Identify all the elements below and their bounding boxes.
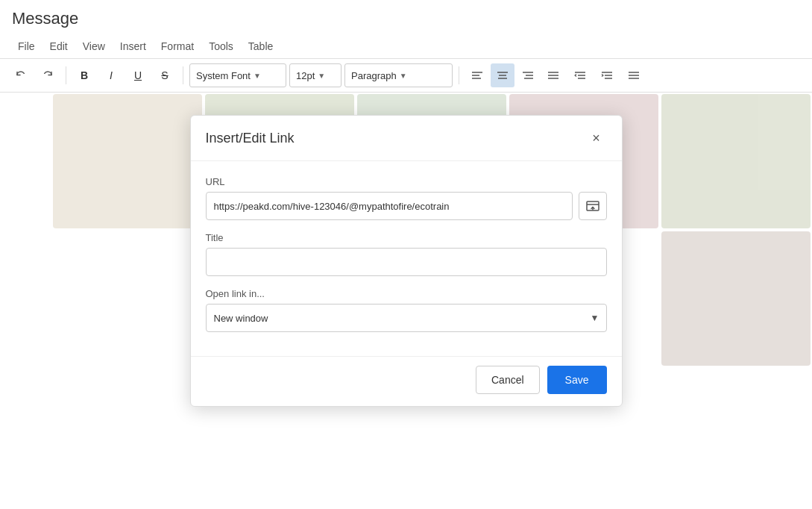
dialog-header: Insert/Edit Link × [191, 116, 622, 161]
align-right-button[interactable] [516, 63, 540, 87]
undo-button[interactable] [9, 63, 33, 87]
font-selector[interactable]: System Font ▼ [189, 63, 286, 87]
separator-3 [459, 66, 459, 84]
title-label: Title [206, 232, 607, 243]
save-button[interactable]: Save [547, 366, 607, 394]
italic-button[interactable]: I [99, 63, 123, 87]
menu-edit[interactable]: Edit [44, 37, 74, 55]
indent-more-button[interactable] [595, 63, 619, 87]
paragraph-dropdown-icon: ▼ [400, 72, 407, 80]
dialog-footer: Cancel Save [191, 356, 622, 406]
open-in-select[interactable]: New window Current window [206, 304, 607, 332]
dialog-title: Insert/Edit Link [206, 131, 295, 146]
align-group [465, 63, 565, 87]
title-input[interactable] [206, 248, 607, 276]
redo-button[interactable] [36, 63, 60, 87]
dialog-body: URL [191, 161, 622, 356]
bold-button[interactable]: B [72, 63, 96, 87]
underline-button[interactable]: U [126, 63, 150, 87]
url-label: URL [206, 176, 607, 187]
menu-bar: File Edit View Insert Format Tools Table [0, 34, 812, 59]
url-input[interactable] [206, 192, 573, 220]
font-dropdown-icon: ▼ [254, 72, 261, 80]
title-form-group: Title [206, 232, 607, 276]
separator-2 [183, 66, 183, 84]
paragraph-selector[interactable]: Paragraph ▼ [344, 63, 453, 87]
menu-table[interactable]: Table [242, 37, 279, 55]
url-form-group: URL [206, 176, 607, 220]
cancel-button[interactable]: Cancel [476, 366, 540, 394]
editor-area[interactable]: Insert/Edit Link × URL [0, 93, 812, 486]
url-input-wrapper [206, 192, 607, 220]
font-size-selector[interactable]: 12pt ▼ [289, 63, 342, 87]
toolbar: B I U S System Font ▼ 12pt ▼ Paragraph ▼ [0, 59, 812, 93]
page-title: Message [0, 0, 812, 34]
dialog-backdrop: Insert/Edit Link × URL [0, 93, 812, 486]
align-center-button[interactable] [491, 63, 514, 87]
strikethrough-button[interactable]: S [153, 63, 177, 87]
menu-insert[interactable]: Insert [114, 37, 152, 55]
menu-file[interactable]: File [12, 37, 41, 55]
separator-1 [66, 66, 66, 84]
list-button[interactable] [622, 63, 646, 87]
dialog-close-button[interactable]: × [586, 128, 607, 149]
menu-format[interactable]: Format [155, 37, 200, 55]
open-in-form-group: Open link in... New window Current windo… [206, 288, 607, 332]
open-in-select-wrapper: New window Current window ▼ [206, 304, 607, 332]
menu-view[interactable]: View [77, 37, 111, 55]
open-in-label: Open link in... [206, 288, 607, 299]
align-justify-button[interactable] [541, 63, 565, 87]
url-upload-button[interactable] [579, 192, 607, 220]
align-left-button[interactable] [465, 63, 489, 87]
size-dropdown-icon: ▼ [318, 72, 325, 80]
menu-tools[interactable]: Tools [203, 37, 239, 55]
indent-less-button[interactable] [568, 63, 592, 87]
insert-edit-link-dialog: Insert/Edit Link × URL [190, 115, 623, 407]
